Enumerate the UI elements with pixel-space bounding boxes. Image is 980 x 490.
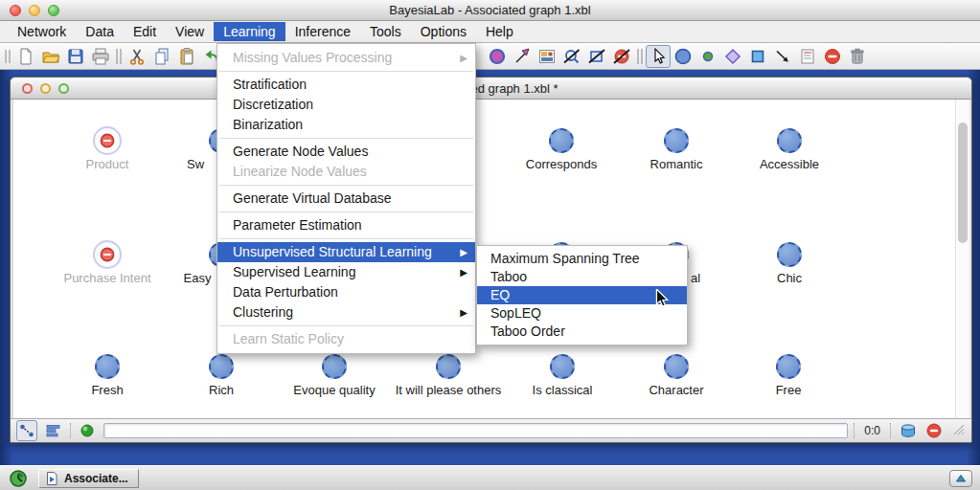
menu-item-generate-node-values[interactable]: Generate Node Values bbox=[217, 142, 475, 162]
node-label-accessible[interactable]: Accessible bbox=[760, 157, 819, 171]
add-note-icon[interactable] bbox=[795, 45, 820, 68]
node-label-al[interactable]: al bbox=[691, 271, 700, 285]
node-label-evoque-quality[interactable]: Evoque quality bbox=[293, 383, 375, 397]
cut-icon[interactable] bbox=[125, 45, 149, 68]
node-fresh[interactable] bbox=[95, 354, 120, 379]
menu-item-label: Missing Values Processing bbox=[233, 50, 392, 65]
pin-dart-icon[interactable] bbox=[510, 45, 535, 68]
scrollbar-thumb[interactable] bbox=[958, 122, 968, 243]
node-character[interactable] bbox=[664, 354, 689, 379]
no-arc-icon[interactable] bbox=[609, 45, 634, 68]
menubar-item-data[interactable]: Data bbox=[76, 22, 124, 41]
add-decision-diamond-icon[interactable] bbox=[720, 45, 745, 68]
status-message-field bbox=[103, 423, 848, 438]
menubar-item-options[interactable]: Options bbox=[411, 22, 476, 41]
paste-icon[interactable] bbox=[174, 45, 199, 68]
node-product[interactable] bbox=[93, 126, 122, 155]
node-color-icon[interactable] bbox=[485, 45, 510, 68]
node-romantic[interactable] bbox=[664, 128, 689, 153]
node-free[interactable] bbox=[776, 354, 801, 379]
menu-item-binarization[interactable]: Binarization bbox=[217, 115, 475, 135]
node-label-easy[interactable]: Easy bbox=[184, 271, 212, 285]
node-accessible[interactable] bbox=[777, 128, 802, 153]
menu-item-maximum-spanning-tree[interactable]: Maximum Spanning Tree bbox=[477, 250, 687, 268]
save-icon[interactable] bbox=[63, 45, 88, 68]
no-node-icon[interactable] bbox=[584, 45, 609, 68]
node-label-fresh[interactable]: Fresh bbox=[91, 383, 123, 397]
stop-icon[interactable] bbox=[923, 420, 945, 441]
node-it-will-please-others[interactable] bbox=[436, 354, 461, 379]
print-icon[interactable] bbox=[88, 45, 113, 68]
new-document-icon[interactable] bbox=[13, 45, 38, 68]
add-arc-arrow-icon[interactable] bbox=[770, 45, 795, 68]
node-purchase-intent[interactable] bbox=[93, 240, 122, 269]
taskbar-window-label: Associate... bbox=[64, 472, 128, 485]
menu-item-clustering[interactable]: Clustering▶ bbox=[217, 302, 475, 323]
menu-item-discretization[interactable]: Discretization bbox=[217, 95, 475, 115]
menu-item-label: SopLEQ bbox=[490, 305, 541, 321]
node-label-it-will-please-others[interactable]: It will please others bbox=[396, 383, 502, 397]
submenu-arrow-icon: ▶ bbox=[460, 262, 467, 282]
statusbar-separator bbox=[890, 423, 891, 438]
status-indicator-icon bbox=[77, 420, 98, 441]
node-evoque-quality[interactable] bbox=[322, 354, 347, 379]
picture-icon[interactable] bbox=[535, 45, 559, 68]
add-node-icon[interactable] bbox=[671, 45, 695, 68]
graph-view-icon[interactable] bbox=[16, 420, 37, 441]
menubar-item-learning[interactable]: Learning bbox=[214, 22, 285, 41]
node-label-character[interactable]: Character bbox=[649, 383, 703, 397]
menu-separator bbox=[219, 138, 473, 139]
node-chic[interactable] bbox=[777, 242, 802, 267]
submenu-arrow-icon: ▶ bbox=[460, 48, 467, 68]
node-is-classical[interactable] bbox=[550, 354, 575, 379]
open-folder-icon[interactable] bbox=[38, 45, 63, 68]
submenu-arrow-icon: ▶ bbox=[460, 302, 467, 323]
node-label-purchase-intent[interactable]: Purchase Intent bbox=[63, 271, 150, 285]
node-label-chic[interactable]: Chic bbox=[777, 271, 802, 285]
vertical-scrollbar[interactable] bbox=[955, 100, 969, 418]
menubar-item-help[interactable]: Help bbox=[476, 22, 523, 41]
menu-item-unsupervised-structural-learning[interactable]: Unsupervised Structural Learning▶ bbox=[217, 242, 475, 262]
node-label-rich[interactable]: Rich bbox=[209, 383, 234, 397]
occurrences-view-icon[interactable] bbox=[43, 420, 64, 441]
node-corresponds[interactable] bbox=[549, 128, 574, 153]
learning-menu: Missing Values Processing▶Stratification… bbox=[217, 43, 476, 354]
node-label-sw[interactable]: Sw bbox=[187, 157, 204, 171]
menu-item-generate-virtual-database[interactable]: Generate Virtual Database bbox=[217, 189, 475, 209]
cursor-coordinates: 0:0 bbox=[860, 424, 884, 437]
node-label-romantic[interactable]: Romantic bbox=[650, 157, 703, 171]
node-rich[interactable] bbox=[209, 354, 234, 379]
node-label-product[interactable]: Product bbox=[86, 157, 129, 171]
document-titlebar[interactable]: Associated graph 1.xbl * bbox=[11, 78, 971, 100]
taskbar-window-button[interactable]: Associate... bbox=[38, 469, 139, 488]
menubar-item-view[interactable]: View bbox=[166, 22, 214, 41]
menu-item-data-perturbation[interactable]: Data Perturbation bbox=[217, 282, 475, 302]
node-label-is-classical[interactable]: Is classical bbox=[533, 383, 593, 397]
menu-item-stratification[interactable]: Stratification bbox=[217, 75, 475, 95]
menu-item-supervised-learning[interactable]: Supervised Learning▶ bbox=[217, 262, 475, 282]
resize-grip[interactable] bbox=[952, 423, 966, 439]
menu-item-label: Supervised Learning bbox=[233, 264, 355, 279]
menubar-item-inference[interactable]: Inference bbox=[285, 22, 360, 41]
menu-separator bbox=[219, 71, 473, 72]
statusbar-separator bbox=[70, 423, 71, 438]
forbid-icon[interactable] bbox=[820, 45, 845, 68]
node-label-corresponds[interactable]: Corresponds bbox=[526, 157, 597, 171]
trash-icon[interactable] bbox=[845, 45, 870, 68]
menubar-item-network[interactable]: Network bbox=[8, 22, 76, 41]
menubar-item-edit[interactable]: Edit bbox=[124, 22, 166, 41]
menu-item-label: Learn Static Policy bbox=[233, 331, 344, 346]
menu-item-taboo-order[interactable]: Taboo Order bbox=[477, 323, 687, 341]
menu-item-parameter-estimation[interactable]: Parameter Estimation bbox=[217, 215, 475, 235]
no-zoom-icon[interactable] bbox=[559, 45, 584, 68]
menubar-item-tools[interactable]: Tools bbox=[360, 22, 411, 41]
add-state-dot-icon[interactable] bbox=[695, 45, 720, 68]
menu-item-learn-static-policy: Learn Static Policy bbox=[217, 329, 475, 349]
menu-separator bbox=[219, 185, 473, 186]
node-label-free[interactable]: Free bbox=[776, 383, 802, 397]
restore-windows-button[interactable] bbox=[949, 470, 972, 487]
menu-item-taboo[interactable]: Taboo bbox=[477, 268, 687, 286]
add-utility-square-icon[interactable] bbox=[745, 45, 770, 68]
copy-icon[interactable] bbox=[149, 45, 174, 68]
select-cursor-icon[interactable] bbox=[646, 45, 671, 68]
